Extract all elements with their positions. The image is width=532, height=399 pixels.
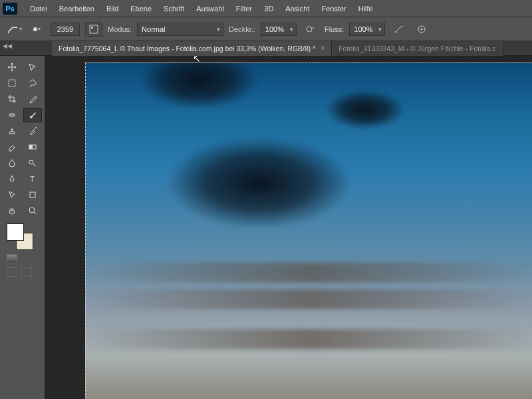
dodge-tool[interactable]: [23, 156, 42, 170]
workspace: T: [0, 56, 532, 399]
menu-auswahl[interactable]: Auswahl: [190, 0, 230, 17]
svg-rect-16: [30, 192, 35, 198]
svg-point-17: [29, 207, 35, 213]
mode-label: Modus:: [108, 25, 132, 33]
type-tool[interactable]: T: [23, 172, 42, 186]
history-brush-tool[interactable]: [23, 124, 42, 138]
hand-tool[interactable]: [3, 203, 21, 218]
menu-fenster[interactable]: Fenster: [315, 0, 352, 17]
zoom-tool[interactable]: [23, 203, 42, 218]
image-content: [86, 263, 532, 283]
document-tab-active[interactable]: Fotolia_7775064_L © Thaut Images - Fotol…: [52, 41, 332, 56]
menu-bearbeiten[interactable]: Bearbeiten: [53, 0, 100, 17]
image-content: [325, 90, 405, 130]
clone-stamp-tool[interactable]: [3, 124, 21, 138]
color-swatches[interactable]: [7, 223, 33, 250]
main-menubar: Ps Datei Bearbeiten Bild Ebene Schrift A…: [0, 0, 532, 17]
shape-tool[interactable]: [23, 188, 42, 202]
eraser-tool[interactable]: [3, 140, 21, 154]
flow-dropdown[interactable]: 100%: [349, 23, 385, 36]
quickmask-toggle-icon[interactable]: [7, 254, 17, 263]
svg-text:T: T: [30, 175, 35, 183]
options-bar: ▾ ▾ 2359 Modus: Normal Deckkr.: 100% Flu…: [0, 17, 532, 41]
airbrush-icon[interactable]: [390, 22, 408, 37]
toolbox: T: [0, 56, 45, 399]
svg-point-11: [35, 127, 37, 128]
blend-mode-dropdown[interactable]: Normal: [137, 23, 223, 36]
document-tab-bar: Fotolia_7775064_L © Thaut Images - Fotol…: [0, 41, 532, 56]
brush-panel-toggle-icon[interactable]: [85, 22, 102, 37]
image-content: [139, 63, 259, 110]
svg-rect-13: [29, 145, 33, 149]
canvas-area[interactable]: [45, 56, 532, 399]
screenmode-icon[interactable]: [7, 267, 17, 277]
image-content: [166, 136, 352, 229]
screenmode-alt-icon[interactable]: [21, 267, 32, 277]
svg-rect-1: [91, 27, 93, 29]
menu-bild[interactable]: Bild: [100, 0, 124, 17]
opacity-label: Deckkr.:: [229, 25, 255, 33]
eyedropper-tool[interactable]: [23, 92, 42, 106]
menu-schrift[interactable]: Schrift: [158, 0, 190, 17]
svg-point-5: [421, 28, 423, 30]
artboard-tool[interactable]: [23, 60, 42, 74]
menu-ansicht[interactable]: Ansicht: [279, 0, 315, 17]
svg-rect-0: [90, 25, 98, 33]
tool-preset-icon[interactable]: ▾: [5, 22, 23, 37]
blur-tool[interactable]: [3, 156, 21, 170]
menu-filter[interactable]: Filter: [230, 0, 258, 17]
panel-collapse-icon[interactable]: ◀◀: [3, 43, 12, 49]
document-canvas[interactable]: [85, 63, 532, 399]
flow-label: Fluss:: [325, 25, 344, 33]
opacity-pressure-icon[interactable]: [302, 22, 319, 37]
move-tool[interactable]: [3, 60, 21, 74]
image-content: [86, 329, 532, 349]
svg-point-2: [307, 27, 312, 32]
svg-point-14: [29, 160, 33, 164]
marquee-tool[interactable]: [3, 76, 21, 90]
app-logo: Ps: [3, 3, 17, 15]
gradient-tool[interactable]: [23, 140, 42, 154]
foreground-color-swatch[interactable]: [7, 223, 24, 241]
size-pressure-icon[interactable]: [413, 22, 430, 37]
svg-point-9: [11, 114, 12, 115]
document-tab-label: Fotolia_31333343_M - © Jürgen Fälchle - …: [338, 45, 496, 53]
menu-datei[interactable]: Datei: [24, 0, 53, 17]
menu-hilfe[interactable]: Hilfe: [352, 0, 379, 17]
svg-point-10: [13, 114, 13, 115]
menu-ebene[interactable]: Ebene: [124, 0, 158, 17]
svg-point-3: [395, 31, 396, 33]
opacity-dropdown[interactable]: 100%: [261, 23, 297, 36]
image-content: [86, 289, 532, 309]
pen-tool[interactable]: [3, 172, 21, 186]
menu-3d[interactable]: 3D: [258, 0, 279, 17]
close-tab-icon[interactable]: ×: [321, 45, 325, 52]
brush-tool[interactable]: [23, 108, 42, 122]
svg-rect-6: [9, 80, 15, 86]
healing-brush-tool[interactable]: [3, 108, 21, 122]
svg-point-8: [10, 114, 11, 115]
lasso-tool[interactable]: [23, 76, 42, 90]
document-tab-label: Fotolia_7775064_L © Thaut Images - Fotol…: [59, 45, 315, 53]
path-select-tool[interactable]: [3, 188, 21, 202]
document-tab-inactive[interactable]: Fotolia_31333343_M - © Jürgen Fälchle - …: [332, 41, 503, 56]
brush-preview-icon[interactable]: ▾: [28, 22, 45, 37]
crop-tool[interactable]: [3, 92, 21, 106]
brush-size-field[interactable]: 2359: [51, 23, 80, 36]
